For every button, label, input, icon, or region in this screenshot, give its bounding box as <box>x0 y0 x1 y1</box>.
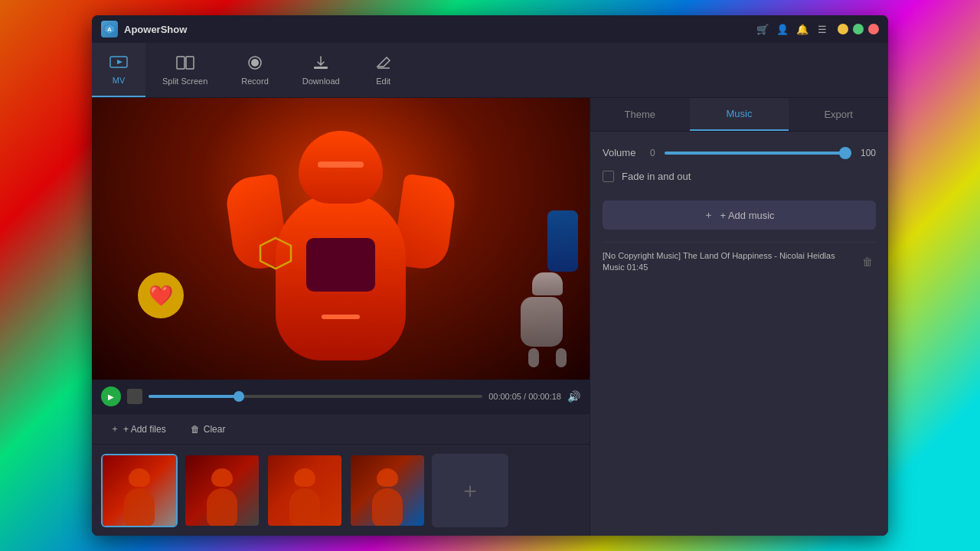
volume-min-value: 0 <box>650 148 655 158</box>
app-title-text: ApowerShow <box>124 24 187 35</box>
time-display: 00:00:05 / 00:00:18 <box>488 392 561 401</box>
stop-button[interactable] <box>127 389 142 404</box>
tab-theme[interactable]: Theme <box>590 98 690 131</box>
video-controls-bar: ▶ 00:00:05 / 00:00:18 🔊 <box>92 380 590 413</box>
volume-max-value: 100 <box>861 148 876 158</box>
clear-icon: 🗑 <box>191 424 200 435</box>
video-display: ❤️ <box>92 98 590 380</box>
blue-prop <box>547 210 578 272</box>
tab-export-label: Export <box>824 109 853 120</box>
minimize-button[interactable]: − <box>838 24 848 34</box>
add-music-label: + Add music <box>720 210 774 221</box>
toolbar-item-split-screen[interactable]: Split Screen <box>145 43 224 97</box>
title-bar: A ApowerShow 🛒 👤 🔔 ☰ − □ × <box>92 15 888 43</box>
music-track-title: [No Copyright Music] The Land Of Happine… <box>603 250 859 274</box>
svg-rect-8 <box>314 67 328 69</box>
right-panel-tabs: Theme Music Export <box>590 98 888 132</box>
progress-thumb <box>234 391 244 402</box>
thumb-fig-3 <box>286 468 324 522</box>
bg-robot-figure <box>521 272 574 357</box>
thumb-fig-1 <box>120 468 158 522</box>
svg-rect-4 <box>177 57 185 69</box>
maximize-button[interactable]: □ <box>853 24 864 34</box>
menu-icon[interactable]: ☰ <box>816 23 828 35</box>
time-total: 00:00:18 <box>528 392 561 401</box>
thumbnail-3[interactable] <box>266 454 343 527</box>
split-screen-icon <box>176 54 194 73</box>
clear-label: Clear <box>204 424 226 435</box>
progress-fill <box>149 395 239 398</box>
user-icon[interactable]: 👤 <box>776 23 789 35</box>
tab-music[interactable]: Music <box>690 98 789 131</box>
toolbar-item-edit[interactable]: Edit <box>357 43 410 97</box>
download-icon <box>312 54 330 73</box>
close-button[interactable]: × <box>868 24 879 34</box>
app-window: A ApowerShow 🛒 👤 🔔 ☰ − □ × MV <box>92 15 888 536</box>
video-progress-bar[interactable] <box>149 395 482 398</box>
clear-button[interactable]: 🗑 Clear <box>181 420 235 439</box>
svg-rect-5 <box>186 57 194 69</box>
main-toolbar: MV Split Screen Record <box>92 43 888 98</box>
fade-checkbox[interactable] <box>603 171 614 182</box>
svg-marker-3 <box>117 60 122 64</box>
title-bar-logo: A ApowerShow <box>101 21 756 37</box>
heart-badge: ❤️ <box>138 272 184 318</box>
toolbar-item-record[interactable]: Record <box>224 43 285 97</box>
right-panel-content: Volume 0 100 Fade in and out ＋ + Ad <box>590 132 888 536</box>
mv-label: MV <box>113 76 126 85</box>
toolbar-item-download[interactable]: Download <box>286 43 357 97</box>
left-panel: ❤️ ▶ 00:00:05 / 00:00:18 <box>92 98 590 536</box>
window-controls: − □ × <box>838 24 879 34</box>
edit-label: Edit <box>376 77 390 86</box>
volume-control-row: Volume 0 100 <box>603 147 876 158</box>
thumb-fig-2 <box>203 468 241 522</box>
video-container: ❤️ <box>92 98 590 380</box>
cart-icon[interactable]: 🛒 <box>756 23 769 35</box>
split-screen-label: Split Screen <box>162 77 207 86</box>
volume-slider-fill <box>665 152 851 155</box>
volume-icon[interactable]: 🔊 <box>567 390 580 403</box>
volume-label: Volume <box>603 147 641 158</box>
svg-text:A: A <box>107 26 112 33</box>
edit-icon <box>374 54 393 73</box>
add-thumbnail-button[interactable]: ＋ <box>432 454 508 527</box>
title-bar-icons-group: 🛒 👤 🔔 ☰ <box>756 23 828 35</box>
time-current: 00:00:05 <box>488 392 521 401</box>
add-files-icon: ＋ <box>110 422 119 435</box>
toolbar-item-mv[interactable]: MV <box>92 43 145 97</box>
right-panel: Theme Music Export Volume 0 <box>590 98 888 536</box>
svg-point-7 <box>251 59 259 67</box>
fade-control-row: Fade in and out <box>603 171 876 182</box>
tab-music-label: Music <box>727 108 753 119</box>
add-thumbnail-icon: ＋ <box>459 476 481 505</box>
file-toolbar: ＋ + Add files 🗑 Clear <box>92 413 590 444</box>
thumbnail-1[interactable] <box>101 454 178 527</box>
hex-outline <box>256 234 295 272</box>
record-icon <box>246 54 264 73</box>
bell-icon[interactable]: 🔔 <box>796 23 808 35</box>
music-track-delete-button[interactable]: 🗑 <box>859 253 876 271</box>
download-label: Download <box>302 77 340 86</box>
tab-theme-label: Theme <box>625 109 655 120</box>
volume-slider[interactable] <box>665 152 851 155</box>
volume-slider-thumb <box>839 147 851 159</box>
add-music-icon: ＋ <box>704 208 714 222</box>
add-files-label: + Add files <box>123 424 166 435</box>
fade-label: Fade in and out <box>622 171 691 182</box>
tab-export[interactable]: Export <box>789 98 888 131</box>
thumbnails-row: ＋ <box>92 444 590 536</box>
app-logo-icon: A <box>101 21 118 37</box>
thumbnail-2[interactable] <box>184 454 260 527</box>
thumbnail-4[interactable] <box>349 454 426 527</box>
main-content: ❤️ ▶ 00:00:05 / 00:00:18 <box>92 98 888 536</box>
add-files-button[interactable]: ＋ + Add files <box>101 419 175 439</box>
record-label: Record <box>241 77 268 86</box>
thumb-fig-4 <box>368 468 407 522</box>
add-music-button[interactable]: ＋ + Add music <box>603 201 876 230</box>
music-track-item: [No Copyright Music] The Land Of Happine… <box>603 242 876 282</box>
svg-marker-9 <box>260 238 291 269</box>
mv-icon <box>109 54 128 73</box>
play-button[interactable]: ▶ <box>101 386 121 406</box>
